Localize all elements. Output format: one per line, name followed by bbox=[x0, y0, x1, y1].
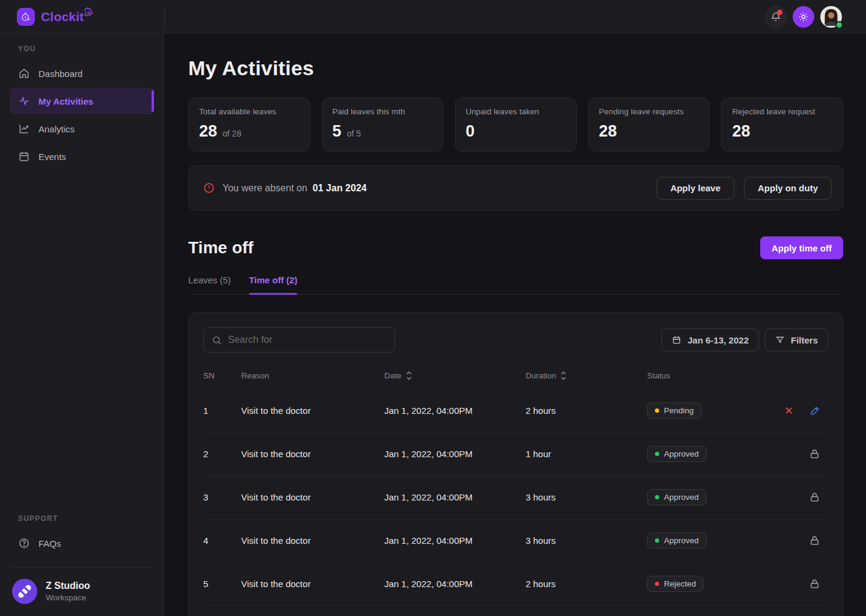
search-icon bbox=[212, 335, 222, 345]
stat-card-unpaid-leaves: Unpaid leaves taken 0 bbox=[455, 97, 577, 152]
calendar-icon bbox=[672, 335, 681, 345]
cell-reason: Visit to the doctor bbox=[241, 405, 384, 416]
cell-reason: Visit to the doctor bbox=[241, 492, 384, 502]
date-range-button[interactable]: Jan 6-13, 2022 bbox=[662, 328, 759, 351]
stat-suffix: of 5 bbox=[347, 129, 361, 138]
sidebar-item-label: FAQs bbox=[38, 538, 61, 549]
cell-sn: 4 bbox=[203, 535, 241, 546]
date-range-label: Jan 6-13, 2022 bbox=[687, 335, 749, 345]
alert-icon bbox=[203, 182, 215, 194]
cell-duration: 2 hours bbox=[526, 405, 647, 416]
cell-reason: Visit to the doctor bbox=[241, 449, 384, 459]
status-dot bbox=[655, 582, 659, 586]
sort-icon[interactable] bbox=[560, 371, 567, 380]
sidebar-item-label: Dashboard bbox=[38, 69, 82, 79]
cancel-request-icon[interactable]: ✕ bbox=[784, 405, 793, 416]
sidebar-item-events[interactable]: Events bbox=[10, 143, 154, 170]
toolbar-right: Jan 6-13, 2022 Filters bbox=[662, 328, 828, 351]
cell-date: Jan 1, 2022, 04:00PM bbox=[384, 579, 526, 589]
apply-on-duty-button[interactable]: Apply on duty bbox=[744, 177, 832, 200]
top-bar: ClockitUP bbox=[0, 0, 866, 34]
sidebar-item-my-activities[interactable]: My Activities bbox=[10, 88, 154, 114]
alert-message: You were absent on bbox=[223, 183, 307, 194]
app-logo[interactable]: ClockitUP bbox=[0, 8, 93, 26]
brand-name: ClockitUP bbox=[41, 10, 93, 24]
status-dot bbox=[655, 452, 659, 456]
table-row: 2 Visit to the doctor Jan 1, 2022, 04:00… bbox=[203, 433, 828, 476]
sidebar-item-label: Analytics bbox=[38, 124, 75, 134]
column-sn: SN bbox=[203, 371, 241, 380]
stat-suffix: of 28 bbox=[223, 129, 241, 138]
tab-time-off[interactable]: Time off (2) bbox=[249, 275, 298, 294]
stat-card-total-available-leaves: Total available leaves 28of 28 bbox=[188, 97, 310, 152]
sidebar: YOU Dashboard My Activities Analytics Ev… bbox=[0, 34, 164, 616]
status-label: Approved bbox=[664, 493, 699, 502]
edit-icon[interactable] bbox=[809, 405, 821, 416]
theme-toggle-button[interactable] bbox=[793, 6, 814, 28]
cell-sn: 1 bbox=[203, 405, 241, 416]
workspace-type: Workspace bbox=[46, 593, 90, 602]
sidebar-bottom: SUPPORT FAQs Z Studioo Workspace bbox=[0, 504, 164, 616]
home-icon bbox=[18, 67, 30, 79]
workspace-switcher[interactable]: Z Studioo Workspace bbox=[0, 568, 164, 608]
cell-duration: 3 hours bbox=[526, 535, 647, 546]
cell-date: Jan 1, 2022, 04:00PM bbox=[384, 449, 526, 459]
status-badge: Approved bbox=[647, 489, 707, 505]
stat-card-paid-leaves: Paid leaves this mth 5of 5 bbox=[322, 97, 444, 152]
tab-leaves[interactable]: Leaves (5) bbox=[188, 275, 231, 294]
stat-card-rejected-requests: Rejected leave request 28 bbox=[721, 97, 843, 152]
online-status-dot bbox=[835, 21, 843, 29]
sidebar-item-analytics[interactable]: Analytics bbox=[10, 116, 154, 142]
status-label: Pending bbox=[664, 406, 694, 415]
brand-sup: UP bbox=[84, 11, 93, 17]
sidebar-section-you: YOU bbox=[0, 34, 164, 59]
page-title: My Activities bbox=[188, 57, 843, 80]
apply-time-off-button[interactable]: Apply time off bbox=[760, 236, 843, 259]
sidebar-item-dashboard[interactable]: Dashboard bbox=[10, 60, 154, 87]
workspace-info: Z Studioo Workspace bbox=[46, 581, 90, 602]
stat-label: Paid leaves this mth bbox=[333, 107, 433, 116]
search-box bbox=[203, 327, 395, 353]
filters-button[interactable]: Filters bbox=[765, 328, 828, 351]
filter-icon bbox=[775, 335, 785, 345]
table-row: 5 Visit to the doctor Jan 1, 2022, 04:00… bbox=[203, 562, 828, 606]
clock-logo-icon bbox=[17, 8, 35, 26]
status-label: Approved bbox=[664, 536, 699, 545]
stat-label: Total available leaves bbox=[199, 107, 299, 116]
sidebar-item-faqs[interactable]: FAQs bbox=[10, 530, 154, 556]
search-input[interactable] bbox=[228, 334, 387, 345]
status-label: Approved bbox=[664, 449, 699, 458]
notification-badge bbox=[777, 10, 782, 15]
status-badge: Rejected bbox=[647, 576, 704, 592]
row-actions bbox=[776, 491, 828, 504]
cell-date: Jan 1, 2022, 04:00PM bbox=[384, 492, 526, 502]
stat-card-pending-requests: Pending leave requests 28 bbox=[588, 97, 710, 152]
lock-icon bbox=[808, 578, 821, 590]
topbar-divider bbox=[164, 6, 165, 28]
table-row: 4 Visit to the doctor Jan 1, 2022, 04:00… bbox=[203, 519, 828, 562]
cell-duration: 1 hour bbox=[526, 449, 647, 459]
sidebar-section-support: SUPPORT bbox=[0, 504, 164, 529]
calendar-icon bbox=[18, 150, 30, 162]
stat-label: Pending leave requests bbox=[599, 107, 699, 116]
lock-icon bbox=[808, 491, 821, 504]
cell-duration: 2 hours bbox=[526, 579, 647, 589]
stat-value: 28 bbox=[599, 122, 617, 141]
timeoff-table-card: Jan 6-13, 2022 Filters SN Reason Date bbox=[188, 312, 843, 616]
stat-label: Rejected leave request bbox=[732, 107, 832, 116]
workspace-name: Z Studioo bbox=[46, 581, 90, 591]
apply-leave-button[interactable]: Apply leave bbox=[657, 177, 734, 200]
sort-icon[interactable] bbox=[406, 371, 412, 380]
notifications-button[interactable] bbox=[765, 6, 787, 28]
status-dot bbox=[655, 538, 659, 543]
cell-sn: 2 bbox=[203, 449, 241, 459]
row-actions bbox=[776, 448, 828, 460]
status-badge: Pending bbox=[647, 402, 702, 419]
activity-icon bbox=[18, 95, 30, 107]
user-avatar[interactable] bbox=[820, 6, 842, 28]
absence-alert: You were absent on 01 Jan 2024 Apply lea… bbox=[188, 165, 843, 211]
lock-icon bbox=[808, 534, 821, 547]
cell-date: Jan 1, 2022, 04:00PM bbox=[384, 535, 526, 546]
lock-icon bbox=[808, 448, 821, 460]
column-duration: Duration bbox=[526, 371, 647, 380]
